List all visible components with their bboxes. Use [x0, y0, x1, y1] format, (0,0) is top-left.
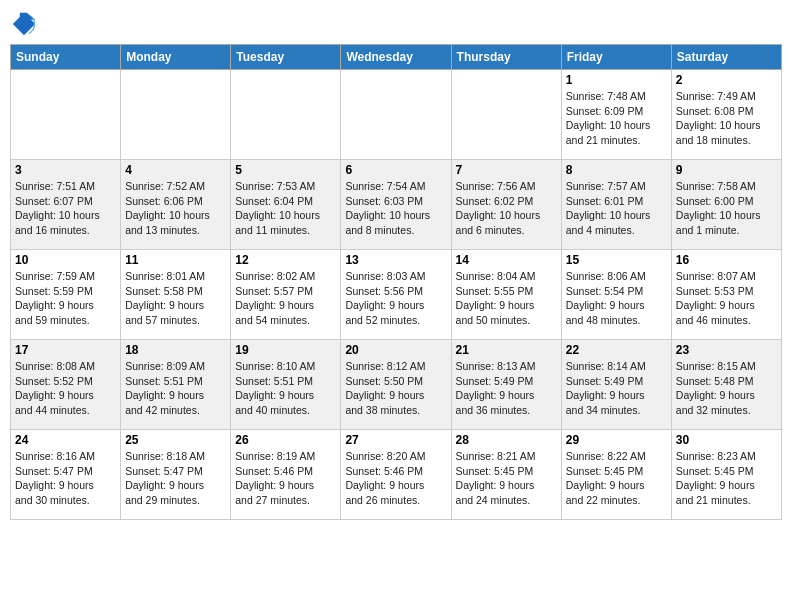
- day-info: Sunrise: 7:52 AM Sunset: 6:06 PM Dayligh…: [125, 179, 226, 238]
- day-number: 8: [566, 163, 667, 177]
- weekday-header-monday: Monday: [121, 45, 231, 70]
- weekday-header-friday: Friday: [561, 45, 671, 70]
- week-row-1: 3Sunrise: 7:51 AM Sunset: 6:07 PM Daylig…: [11, 160, 782, 250]
- day-cell-21: 21Sunrise: 8:13 AM Sunset: 5:49 PM Dayli…: [451, 340, 561, 430]
- day-info: Sunrise: 8:07 AM Sunset: 5:53 PM Dayligh…: [676, 269, 777, 328]
- weekday-header-row: SundayMondayTuesdayWednesdayThursdayFrid…: [11, 45, 782, 70]
- day-info: Sunrise: 8:03 AM Sunset: 5:56 PM Dayligh…: [345, 269, 446, 328]
- week-row-4: 24Sunrise: 8:16 AM Sunset: 5:47 PM Dayli…: [11, 430, 782, 520]
- day-info: Sunrise: 8:09 AM Sunset: 5:51 PM Dayligh…: [125, 359, 226, 418]
- day-number: 13: [345, 253, 446, 267]
- day-info: Sunrise: 7:57 AM Sunset: 6:01 PM Dayligh…: [566, 179, 667, 238]
- weekday-header-saturday: Saturday: [671, 45, 781, 70]
- empty-cell: [341, 70, 451, 160]
- day-number: 4: [125, 163, 226, 177]
- day-cell-25: 25Sunrise: 8:18 AM Sunset: 5:47 PM Dayli…: [121, 430, 231, 520]
- day-number: 18: [125, 343, 226, 357]
- day-info: Sunrise: 8:08 AM Sunset: 5:52 PM Dayligh…: [15, 359, 116, 418]
- logo: [10, 10, 42, 38]
- day-info: Sunrise: 8:18 AM Sunset: 5:47 PM Dayligh…: [125, 449, 226, 508]
- empty-cell: [121, 70, 231, 160]
- day-cell-28: 28Sunrise: 8:21 AM Sunset: 5:45 PM Dayli…: [451, 430, 561, 520]
- day-number: 11: [125, 253, 226, 267]
- empty-cell: [11, 70, 121, 160]
- weekday-header-thursday: Thursday: [451, 45, 561, 70]
- day-cell-1: 1Sunrise: 7:48 AM Sunset: 6:09 PM Daylig…: [561, 70, 671, 160]
- day-info: Sunrise: 8:23 AM Sunset: 5:45 PM Dayligh…: [676, 449, 777, 508]
- day-info: Sunrise: 8:12 AM Sunset: 5:50 PM Dayligh…: [345, 359, 446, 418]
- day-info: Sunrise: 8:21 AM Sunset: 5:45 PM Dayligh…: [456, 449, 557, 508]
- day-info: Sunrise: 8:15 AM Sunset: 5:48 PM Dayligh…: [676, 359, 777, 418]
- day-cell-4: 4Sunrise: 7:52 AM Sunset: 6:06 PM Daylig…: [121, 160, 231, 250]
- day-cell-29: 29Sunrise: 8:22 AM Sunset: 5:45 PM Dayli…: [561, 430, 671, 520]
- day-cell-27: 27Sunrise: 8:20 AM Sunset: 5:46 PM Dayli…: [341, 430, 451, 520]
- day-number: 24: [15, 433, 116, 447]
- day-number: 26: [235, 433, 336, 447]
- day-number: 25: [125, 433, 226, 447]
- day-info: Sunrise: 7:54 AM Sunset: 6:03 PM Dayligh…: [345, 179, 446, 238]
- day-info: Sunrise: 8:13 AM Sunset: 5:49 PM Dayligh…: [456, 359, 557, 418]
- day-number: 6: [345, 163, 446, 177]
- day-number: 27: [345, 433, 446, 447]
- empty-cell: [231, 70, 341, 160]
- day-cell-13: 13Sunrise: 8:03 AM Sunset: 5:56 PM Dayli…: [341, 250, 451, 340]
- day-cell-9: 9Sunrise: 7:58 AM Sunset: 6:00 PM Daylig…: [671, 160, 781, 250]
- page-header: [10, 10, 782, 38]
- day-info: Sunrise: 7:48 AM Sunset: 6:09 PM Dayligh…: [566, 89, 667, 148]
- day-number: 16: [676, 253, 777, 267]
- logo-icon: [10, 10, 38, 38]
- day-number: 23: [676, 343, 777, 357]
- day-number: 30: [676, 433, 777, 447]
- day-info: Sunrise: 7:51 AM Sunset: 6:07 PM Dayligh…: [15, 179, 116, 238]
- day-cell-2: 2Sunrise: 7:49 AM Sunset: 6:08 PM Daylig…: [671, 70, 781, 160]
- day-cell-14: 14Sunrise: 8:04 AM Sunset: 5:55 PM Dayli…: [451, 250, 561, 340]
- day-info: Sunrise: 8:04 AM Sunset: 5:55 PM Dayligh…: [456, 269, 557, 328]
- day-number: 21: [456, 343, 557, 357]
- day-info: Sunrise: 7:58 AM Sunset: 6:00 PM Dayligh…: [676, 179, 777, 238]
- day-number: 3: [15, 163, 116, 177]
- day-cell-23: 23Sunrise: 8:15 AM Sunset: 5:48 PM Dayli…: [671, 340, 781, 430]
- day-number: 5: [235, 163, 336, 177]
- day-number: 17: [15, 343, 116, 357]
- day-cell-8: 8Sunrise: 7:57 AM Sunset: 6:01 PM Daylig…: [561, 160, 671, 250]
- day-number: 9: [676, 163, 777, 177]
- day-info: Sunrise: 7:56 AM Sunset: 6:02 PM Dayligh…: [456, 179, 557, 238]
- day-info: Sunrise: 8:10 AM Sunset: 5:51 PM Dayligh…: [235, 359, 336, 418]
- day-cell-26: 26Sunrise: 8:19 AM Sunset: 5:46 PM Dayli…: [231, 430, 341, 520]
- weekday-header-tuesday: Tuesday: [231, 45, 341, 70]
- day-number: 28: [456, 433, 557, 447]
- day-cell-19: 19Sunrise: 8:10 AM Sunset: 5:51 PM Dayli…: [231, 340, 341, 430]
- day-number: 10: [15, 253, 116, 267]
- week-row-3: 17Sunrise: 8:08 AM Sunset: 5:52 PM Dayli…: [11, 340, 782, 430]
- day-cell-12: 12Sunrise: 8:02 AM Sunset: 5:57 PM Dayli…: [231, 250, 341, 340]
- day-cell-10: 10Sunrise: 7:59 AM Sunset: 5:59 PM Dayli…: [11, 250, 121, 340]
- day-number: 2: [676, 73, 777, 87]
- day-cell-16: 16Sunrise: 8:07 AM Sunset: 5:53 PM Dayli…: [671, 250, 781, 340]
- day-info: Sunrise: 8:22 AM Sunset: 5:45 PM Dayligh…: [566, 449, 667, 508]
- day-cell-6: 6Sunrise: 7:54 AM Sunset: 6:03 PM Daylig…: [341, 160, 451, 250]
- calendar-table: SundayMondayTuesdayWednesdayThursdayFrid…: [10, 44, 782, 520]
- day-number: 12: [235, 253, 336, 267]
- day-number: 29: [566, 433, 667, 447]
- week-row-2: 10Sunrise: 7:59 AM Sunset: 5:59 PM Dayli…: [11, 250, 782, 340]
- day-number: 20: [345, 343, 446, 357]
- day-info: Sunrise: 8:19 AM Sunset: 5:46 PM Dayligh…: [235, 449, 336, 508]
- day-number: 15: [566, 253, 667, 267]
- day-info: Sunrise: 8:02 AM Sunset: 5:57 PM Dayligh…: [235, 269, 336, 328]
- day-cell-30: 30Sunrise: 8:23 AM Sunset: 5:45 PM Dayli…: [671, 430, 781, 520]
- day-info: Sunrise: 7:49 AM Sunset: 6:08 PM Dayligh…: [676, 89, 777, 148]
- day-info: Sunrise: 8:14 AM Sunset: 5:49 PM Dayligh…: [566, 359, 667, 418]
- empty-cell: [451, 70, 561, 160]
- weekday-header-wednesday: Wednesday: [341, 45, 451, 70]
- day-cell-5: 5Sunrise: 7:53 AM Sunset: 6:04 PM Daylig…: [231, 160, 341, 250]
- day-number: 14: [456, 253, 557, 267]
- day-cell-7: 7Sunrise: 7:56 AM Sunset: 6:02 PM Daylig…: [451, 160, 561, 250]
- week-row-0: 1Sunrise: 7:48 AM Sunset: 6:09 PM Daylig…: [11, 70, 782, 160]
- day-info: Sunrise: 8:20 AM Sunset: 5:46 PM Dayligh…: [345, 449, 446, 508]
- day-number: 1: [566, 73, 667, 87]
- day-cell-3: 3Sunrise: 7:51 AM Sunset: 6:07 PM Daylig…: [11, 160, 121, 250]
- day-cell-11: 11Sunrise: 8:01 AM Sunset: 5:58 PM Dayli…: [121, 250, 231, 340]
- day-cell-20: 20Sunrise: 8:12 AM Sunset: 5:50 PM Dayli…: [341, 340, 451, 430]
- day-info: Sunrise: 8:01 AM Sunset: 5:58 PM Dayligh…: [125, 269, 226, 328]
- day-cell-24: 24Sunrise: 8:16 AM Sunset: 5:47 PM Dayli…: [11, 430, 121, 520]
